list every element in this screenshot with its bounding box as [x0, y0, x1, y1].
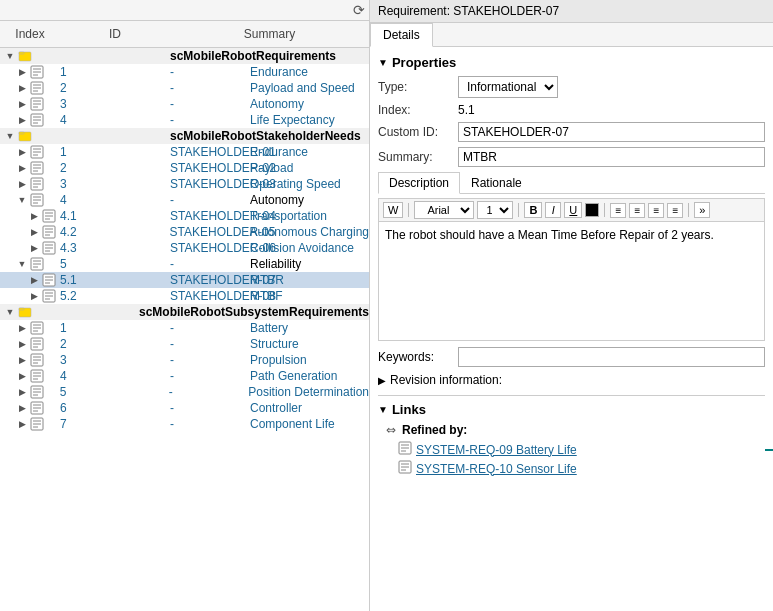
summary-input[interactable]	[458, 147, 765, 167]
row-id: 3	[60, 353, 170, 367]
link-text-1[interactable]: SYSTEM-REQ-09 Battery Life	[416, 443, 577, 457]
req-icon	[42, 289, 56, 303]
properties-toggle[interactable]: ▼	[378, 57, 388, 68]
tree-row[interactable]: ▶ 7 - Component Life	[0, 416, 369, 432]
detail-tabs: Details	[370, 23, 773, 47]
tree-row[interactable]: ▶ 5.2 STAKEHOLDER-08 MTBF	[0, 288, 369, 304]
font-select[interactable]: Arial	[414, 201, 474, 219]
row-summary: MTBR	[250, 273, 369, 287]
align-justify-btn[interactable]: ≡	[667, 203, 683, 218]
tree-row[interactable]: ▼ 4 - Autonomy	[0, 192, 369, 208]
links-section: ▼ Links ⇔ Refined by: SYSTEM-REQ-09 Batt…	[378, 395, 765, 477]
sync-icon[interactable]: ⟳	[353, 2, 365, 18]
group-subsystem[interactable]: ▼ scMobileRobotSubsystemRequirements	[0, 304, 369, 320]
row-id: 4.1	[60, 209, 170, 223]
tree-row[interactable]: ▶ 1 - Battery	[0, 320, 369, 336]
type-value[interactable]: Informational	[458, 76, 765, 98]
summary-label: Summary:	[378, 150, 458, 164]
row-summary: Life Expectancy	[250, 113, 369, 127]
row-summary: Autonomous Charging	[250, 225, 369, 239]
revision-row[interactable]: ▶ Revision information:	[378, 373, 765, 387]
italic-btn[interactable]: I	[545, 202, 561, 218]
word-btn[interactable]: W	[383, 202, 403, 218]
right-panel: Requirement: STAKEHOLDER-07 Details ▼ Pr…	[370, 0, 773, 611]
color-picker[interactable]	[585, 203, 599, 217]
bold-btn[interactable]: B	[524, 202, 542, 218]
row-id: 1	[60, 65, 170, 79]
row-summary: Path Generation	[250, 369, 369, 383]
row-custom-id: STAKEHOLDER-02	[170, 161, 250, 175]
keywords-label: Keywords:	[378, 350, 458, 364]
group-sn-name: scMobileRobotStakeholderNeeds	[170, 129, 369, 143]
row-summary: Reliability	[250, 257, 369, 271]
tree-row-selected[interactable]: ▶ 5.1 STAKEHOLDER-07 MTBR	[0, 272, 369, 288]
tree-row[interactable]: ▶ 1 STAKEHOLDER-01 Endurance	[0, 144, 369, 160]
tree-row[interactable]: ▶ 4 - Life Expectancy	[0, 112, 369, 128]
tree-row[interactable]: ▶ 3 - Propulsion	[0, 352, 369, 368]
expand-icon[interactable]: ▼	[4, 50, 16, 62]
tree-row[interactable]: ▶ 4.2 STAKEHOLDER-05 Autonomous Charging	[0, 224, 369, 240]
tree-row[interactable]: ▶ 3 - Autonomy	[0, 96, 369, 112]
type-select[interactable]: Informational	[458, 76, 558, 98]
tree-row[interactable]: ▼ 5 - Reliability	[0, 256, 369, 272]
tree-row[interactable]: ▶ 4.3 STAKEHOLDER-06 Collision Avoidance	[0, 240, 369, 256]
link-req-icon	[398, 441, 412, 458]
size-select[interactable]: 10	[477, 201, 513, 219]
row-id: 6	[60, 401, 170, 415]
summary-value[interactable]	[458, 147, 765, 167]
tree-row[interactable]: ▶ 3 STAKEHOLDER-03 Operating Speed	[0, 176, 369, 192]
row-summary: Autonomy	[250, 193, 369, 207]
tree-row[interactable]: ▶ 2 - Structure	[0, 336, 369, 352]
row-custom-id: -	[170, 321, 250, 335]
row-summary: Endurance	[250, 65, 369, 79]
tree-row[interactable]: ▶ 6 - Controller	[0, 400, 369, 416]
row-summary: Structure	[250, 337, 369, 351]
row-summary: Endurance	[250, 145, 369, 159]
row-id: 5	[60, 257, 170, 271]
underline-btn[interactable]: U	[564, 202, 582, 218]
req-icon	[30, 81, 44, 95]
tab-description[interactable]: Description	[378, 172, 460, 194]
tab-rationale[interactable]: Rationale	[460, 172, 533, 194]
tree-row[interactable]: ▶ 2 - Payload and Speed	[0, 80, 369, 96]
custom-id-value[interactable]	[458, 122, 765, 142]
align-center-btn[interactable]: ≡	[629, 203, 645, 218]
tree-row[interactable]: ▶ 4 - Path Generation	[0, 368, 369, 384]
align-left-btn[interactable]: ≡	[610, 203, 626, 218]
row-id: 4.2	[60, 225, 170, 239]
description-area[interactable]: The robot should have a Mean Time Before…	[378, 221, 765, 341]
index-label: Index:	[378, 103, 458, 117]
refined-by-icon: ⇔	[386, 423, 396, 437]
row-custom-id: -	[170, 97, 250, 111]
type-row: Type: Informational	[378, 76, 765, 98]
tree-body: ▼ scMobileRobotRequirements ▶ 1 -	[0, 48, 369, 611]
row-summary: Controller	[250, 401, 369, 415]
row-custom-id: STAKEHOLDER-01	[170, 145, 250, 159]
group-requirements[interactable]: ▼ scMobileRobotRequirements	[0, 48, 369, 64]
expand-icon[interactable]: ▼	[4, 130, 16, 142]
req-icon	[30, 97, 44, 111]
group-stakeholder-needs[interactable]: ▼ scMobileRobotStakeholderNeeds	[0, 128, 369, 144]
req-icon	[30, 113, 44, 127]
row-custom-id: -	[170, 401, 250, 415]
links-label: Links	[392, 402, 426, 417]
tree-row[interactable]: ▶ 5 - Position Determination	[0, 384, 369, 400]
col-summary-header: Summary	[170, 25, 369, 43]
links-toggle[interactable]: ▼	[378, 404, 388, 415]
row-custom-id: -	[170, 65, 250, 79]
req-icon	[30, 161, 44, 175]
tree-row[interactable]: ▶ 1 - Endurance	[0, 64, 369, 80]
tree-row[interactable]: ▶ 2 STAKEHOLDER-02 Payload	[0, 160, 369, 176]
link-text-2[interactable]: SYSTEM-REQ-10 Sensor Life	[416, 462, 577, 476]
tab-details[interactable]: Details	[370, 23, 433, 47]
tree-row[interactable]: ▶ 4.1 STAKEHOLDER-04 Transportation	[0, 208, 369, 224]
more-btn[interactable]: »	[694, 202, 710, 218]
text-toolbar: W Arial 10 B I U ≡ ≡ ≡ ≡ »	[378, 198, 765, 221]
req-icon	[42, 225, 56, 239]
align-right-btn[interactable]: ≡	[648, 203, 664, 218]
keywords-input[interactable]	[458, 347, 765, 367]
row-summary: Component Life	[250, 417, 369, 431]
revision-toggle-icon: ▶	[378, 375, 386, 386]
custom-id-input[interactable]	[458, 122, 765, 142]
group-ss-name: scMobileRobotSubsystemRequirements	[139, 305, 369, 319]
